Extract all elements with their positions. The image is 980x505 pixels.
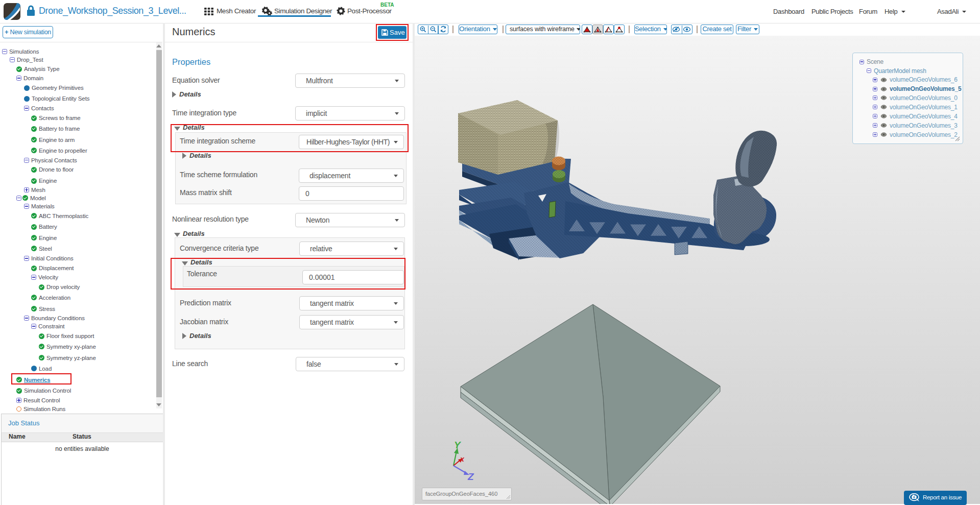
svg-text:Z: Z <box>467 471 474 482</box>
svg-text:Y: Y <box>454 440 462 450</box>
svg-text:x: x <box>460 455 465 463</box>
